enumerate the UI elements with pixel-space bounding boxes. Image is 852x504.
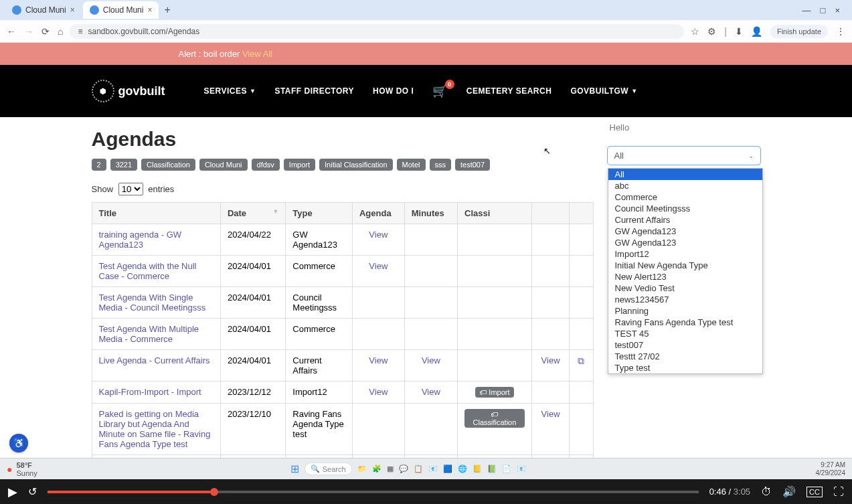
- view-attachment-link[interactable]: View: [539, 355, 563, 365]
- filter-tag[interactable]: Classification: [141, 159, 195, 171]
- download-icon[interactable]: ⬇: [735, 26, 743, 37]
- column-header[interactable]: Minutes: [404, 203, 457, 224]
- clock[interactable]: 9:27 AM 4/29/2024: [816, 461, 846, 477]
- nav-cemetery-search[interactable]: CEMETERY SEARCH: [466, 84, 552, 98]
- view-agenda-link[interactable]: View: [359, 261, 398, 271]
- dropdown-option[interactable]: Initial New Agenda Type: [608, 260, 762, 271]
- agenda-title-link[interactable]: Live Agenda - Current Affairs: [99, 355, 210, 365]
- filter-tag[interactable]: Cloud Muni: [199, 159, 248, 171]
- progress-bar[interactable]: [48, 491, 699, 493]
- nav-staff-directory[interactable]: STAFF DIRECTORY: [274, 84, 354, 98]
- star-icon[interactable]: ☆: [691, 26, 699, 37]
- dropdown-option[interactable]: Import12: [608, 248, 762, 260]
- dropdown-option[interactable]: New Vedio Test: [608, 282, 762, 294]
- dropdown-option[interactable]: Current Affairs: [608, 214, 762, 226]
- task-icon[interactable]: 📧: [517, 465, 526, 473]
- dropdown-option[interactable]: TEST 45: [608, 328, 762, 339]
- taskbar-search[interactable]: 🔍 Search: [305, 463, 352, 475]
- dropdown-option[interactable]: Raving Fans Agenda Type test: [608, 317, 762, 328]
- task-icon[interactable]: 📁: [357, 465, 367, 473]
- task-icon[interactable]: 💬: [399, 465, 408, 473]
- copy-icon[interactable]: ⧉: [578, 355, 584, 366]
- filter-tag[interactable]: 2: [92, 159, 106, 171]
- home-icon[interactable]: ⌂: [58, 26, 63, 37]
- dropdown-option[interactable]: Testtt 27/02: [608, 351, 762, 362]
- filter-tag[interactable]: test007: [455, 159, 490, 171]
- task-icon[interactable]: 📄: [502, 465, 511, 473]
- dropdown-option[interactable]: Planning: [608, 305, 762, 317]
- reload-icon[interactable]: ⟳: [41, 26, 50, 37]
- new-tab-button[interactable]: +: [160, 4, 174, 16]
- maximize-icon[interactable]: □: [821, 5, 826, 15]
- filter-tag[interactable]: Motel: [397, 159, 426, 171]
- dropdown-option[interactable]: New Alert123: [608, 271, 762, 282]
- filter-tag[interactable]: 3221: [110, 159, 137, 171]
- browser-tab[interactable]: Cloud Muni ×: [5, 1, 82, 19]
- forward-icon[interactable]: →: [24, 26, 33, 37]
- fullscreen-icon[interactable]: ⛶: [833, 486, 844, 498]
- replay-button[interactable]: ↺: [28, 485, 37, 498]
- extension-icon[interactable]: ⚙: [707, 26, 716, 37]
- task-icon[interactable]: 🌐: [458, 465, 467, 473]
- site-info-icon[interactable]: ≡: [78, 27, 82, 36]
- column-header[interactable]: Date▼: [220, 203, 285, 224]
- view-attachment-link[interactable]: View: [539, 409, 563, 419]
- nav-services[interactable]: SERVICES ▼: [204, 84, 256, 98]
- close-icon[interactable]: ×: [70, 5, 75, 15]
- profile-icon[interactable]: 👤: [751, 26, 762, 37]
- column-header[interactable]: Agenda: [352, 203, 404, 224]
- weather-widget[interactable]: ● 58°F Sunny: [7, 461, 37, 477]
- type-filter-select[interactable]: All ⌄ AllabcCommerceCouncil MeetingsssCu…: [607, 146, 761, 165]
- cart-button[interactable]: 🛒0: [432, 84, 448, 98]
- dropdown-option[interactable]: news1234567: [608, 294, 762, 305]
- column-header[interactable]: Type: [286, 203, 353, 224]
- dropdown-option[interactable]: abc: [608, 180, 762, 191]
- cc-button[interactable]: CC: [806, 487, 823, 497]
- column-header[interactable]: [531, 203, 570, 224]
- progress-thumb[interactable]: [210, 488, 218, 496]
- logo[interactable]: ⬢ govbuilt: [92, 80, 165, 102]
- dropdown-option[interactable]: Type test: [608, 362, 762, 373]
- minimize-icon[interactable]: —: [802, 5, 811, 15]
- speed-icon[interactable]: ⏱: [761, 486, 772, 498]
- view-minutes-link[interactable]: View: [412, 355, 450, 365]
- view-agenda-link[interactable]: View: [359, 355, 398, 365]
- column-header[interactable]: [570, 203, 593, 224]
- dropdown-option[interactable]: GW Agenda123: [608, 226, 762, 237]
- classification-pill[interactable]: 🏷 Import: [475, 387, 513, 398]
- column-header[interactable]: Classi: [458, 203, 532, 224]
- task-icon[interactable]: 📒: [473, 465, 482, 473]
- filter-tag[interactable]: dfdsv: [252, 159, 280, 171]
- agenda-title-link[interactable]: training agenda - GW Agenda123: [99, 230, 182, 250]
- dropdown-option[interactable]: All: [608, 169, 762, 180]
- column-header[interactable]: Title: [92, 203, 220, 224]
- task-icon[interactable]: 📧: [428, 465, 438, 473]
- view-agenda-link[interactable]: View: [359, 230, 398, 240]
- agenda-title-link[interactable]: Test Agenda With Single Media - Council …: [99, 292, 206, 313]
- agenda-title-link[interactable]: Test Agenda With Multiple Media - Commer…: [99, 324, 199, 344]
- accessibility-button[interactable]: ♿: [9, 434, 28, 452]
- agenda-title-link[interactable]: Paked is getting on Media Library but Ag…: [99, 409, 211, 449]
- back-icon[interactable]: ←: [7, 26, 16, 37]
- task-icon[interactable]: 🟦: [443, 465, 452, 473]
- finish-update-button[interactable]: Finish update: [770, 25, 828, 38]
- view-agenda-link[interactable]: View: [359, 387, 398, 397]
- filter-tag[interactable]: Initial Classification: [319, 159, 393, 171]
- alert-view-all-link[interactable]: View All: [242, 49, 272, 59]
- start-icon[interactable]: ⊞: [290, 463, 299, 475]
- task-icon[interactable]: ▦: [387, 465, 394, 473]
- volume-icon[interactable]: 🔊: [782, 485, 796, 498]
- task-icon[interactable]: 🧩: [372, 465, 381, 473]
- agenda-title-link[interactable]: Test Agenda with the Null Case - Commerc…: [99, 261, 197, 281]
- dropdown-option[interactable]: Council Meetingsss: [608, 203, 762, 214]
- filter-tag[interactable]: sss: [430, 159, 452, 171]
- nav-how-do-i[interactable]: HOW DO I: [373, 84, 414, 98]
- close-window-icon[interactable]: ×: [835, 5, 840, 15]
- browser-tab-active[interactable]: Cloud Muni ×: [83, 1, 159, 19]
- url-field[interactable]: ≡ sandbox.govbuilt.com/Agendas: [70, 24, 684, 39]
- dropdown-option[interactable]: test007: [608, 339, 762, 351]
- task-icon[interactable]: 📋: [414, 465, 423, 473]
- dropdown-option[interactable]: Commerce: [608, 191, 762, 203]
- play-button[interactable]: ▶: [8, 485, 17, 499]
- classification-pill[interactable]: 🏷 Classification: [464, 409, 525, 428]
